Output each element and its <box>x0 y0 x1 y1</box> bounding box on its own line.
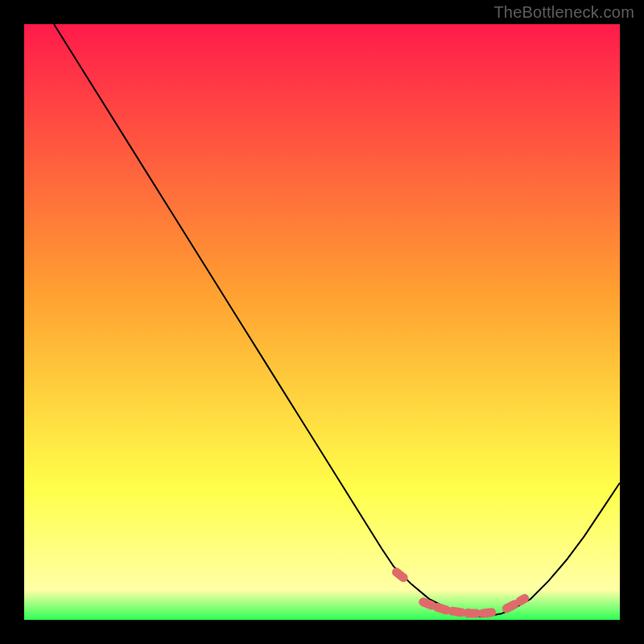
chart-stage: TheBottleneck.com <box>0 0 644 644</box>
gradient-background <box>24 24 620 620</box>
bottleneck-chart <box>24 24 620 620</box>
watermark-text: TheBottleneck.com <box>493 3 634 22</box>
